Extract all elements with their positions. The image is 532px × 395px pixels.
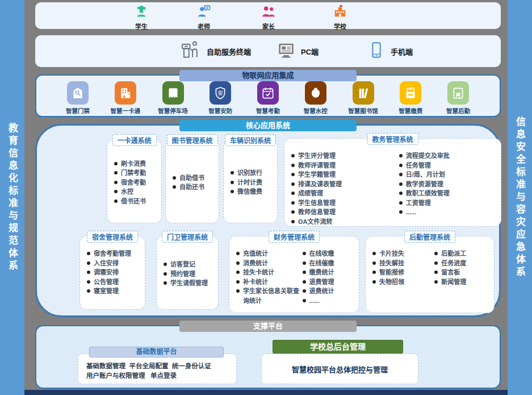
card-item: 预约管理 xyxy=(162,269,215,279)
card-item: 后勤派工 xyxy=(433,249,491,259)
iot-item-water: 智慧水控 xyxy=(296,81,336,115)
user-item-teacher: 老师 xyxy=(186,4,222,31)
iot-item-label: 智慧水控 xyxy=(304,106,328,115)
card-item: 水控 xyxy=(113,187,158,197)
card-item: 日/周、月计划 xyxy=(398,170,497,180)
card-onecard-system: 一卡通系统 刷卡消费 门禁考勤 宿舍考勤 水控 借书还书 xyxy=(107,139,162,223)
iot-item-label: 智慧安防 xyxy=(208,106,232,115)
card-item: 计时计费 xyxy=(229,178,274,188)
card-item: 自助还书 xyxy=(171,182,215,192)
bullet-dot xyxy=(399,164,403,167)
card-item: 学生信息管理 xyxy=(290,198,398,208)
onecard-icon xyxy=(115,81,136,105)
bullet-dot xyxy=(87,271,90,274)
card-item: 充值统计 xyxy=(235,249,301,259)
bullet-dot xyxy=(399,210,403,214)
bullet-dot xyxy=(231,171,234,174)
bullet-dot xyxy=(372,252,376,255)
teacher-icon xyxy=(196,4,211,21)
card-item-list: 充值统计 消费统计 挂失卡统计 补卡统计 学生家长信息关联查询统计 xyxy=(235,249,301,305)
card-item: 新闻管理 xyxy=(433,277,491,287)
card-item: 任务进度 xyxy=(433,259,491,268)
card-item-list: 宿舍考勤管理 入住安排 调寝安排 公告管理 寝室管理 xyxy=(86,249,141,296)
card-item: 调寝安排 xyxy=(86,268,141,277)
card-item-list: 访客登记 预约管理 学生请假管理 xyxy=(162,260,215,288)
card-item: 自助借书 xyxy=(171,173,215,183)
card-finance-system: 财务管理系统 充值统计 消费统计 挂失卡统计 补卡统计 学生家长信息关联查询统计… xyxy=(229,236,359,313)
bullet-dot xyxy=(173,176,176,180)
user-item-parents: 家长 xyxy=(250,4,287,31)
terminal-label: 手机端 xyxy=(391,46,413,57)
card-item-list: 在线收缴 在线催缴 缴费统计 退费管理 退费统计 ...... xyxy=(301,249,355,305)
iot-items: 智慧门禁 智慧一卡通 智慧停车场 安 智慧安防 xyxy=(36,76,500,115)
bullet-dot xyxy=(114,190,118,193)
bullet-dot xyxy=(164,263,167,266)
card-item: 借书还书 xyxy=(113,197,158,206)
card-item: 刷卡消费 xyxy=(113,159,158,169)
card-item: 入住安排 xyxy=(86,259,141,268)
bullet-dot xyxy=(372,271,376,274)
terminal-item-kiosk: 自助服务终端 xyxy=(180,35,251,67)
card-item: 教学资源管理 xyxy=(398,180,497,189)
bullet-dot xyxy=(434,280,438,284)
bullet-dot xyxy=(87,252,90,255)
card-item: 学生学籍管理 xyxy=(290,170,398,180)
left-standards-banner: 教育信息化标准与规范体系 xyxy=(0,0,24,395)
card-item: 排课及课表管理 xyxy=(290,180,398,189)
bullet-dot xyxy=(291,182,295,186)
bullet-dot xyxy=(87,261,90,265)
phone-icon xyxy=(367,41,386,61)
school-backend-title: 学校总后台管理 xyxy=(273,340,403,354)
card-item: 在线催缴 xyxy=(301,259,355,268)
card-title: 车辆识别系统 xyxy=(225,134,276,146)
card-item: 寝室管理 xyxy=(86,286,141,296)
card-gate-system: 门卫管理系统 访客登记 预约管理 学生请假管理 xyxy=(156,236,219,310)
terminals-panel: 自助服务终端 PC端 手机端 xyxy=(35,35,501,67)
logistics-icon xyxy=(447,81,469,105)
bullet-dot xyxy=(303,252,306,255)
bullet-dot xyxy=(372,261,376,265)
card-item: 识别放行 xyxy=(229,168,274,178)
bullet-dot xyxy=(291,220,295,223)
card-dorm-system: 宿舍管理系统 宿舍考勤管理 入住安排 调寝安排 公告管理 寝室管理 xyxy=(79,236,145,310)
base-platform-line2: 用户账户与权限管理 单点登录 xyxy=(86,371,231,381)
terminal-item-mobile: 手机端 xyxy=(367,35,413,67)
card-item: 学生请假管理 xyxy=(162,278,215,288)
school-icon xyxy=(333,4,347,21)
iot-panel: 物联网应用集成 智慧门禁 智慧一卡通 智慧停车场 xyxy=(35,74,501,117)
card-item: 补卡统计 xyxy=(235,277,301,287)
terminal-item-pc: PC端 xyxy=(277,35,319,67)
bullet-dot xyxy=(303,271,306,274)
bullet-dot xyxy=(303,299,306,302)
base-data-platform-title: 基础数据平台 xyxy=(89,347,224,357)
card-vehicle-system: 车辆识别系统 识别放行 计时计费 微信缴费 xyxy=(223,139,278,223)
card-item: ...... xyxy=(398,207,497,217)
bullet-dot xyxy=(173,185,176,189)
bullet-dot xyxy=(236,252,240,255)
bullet-dot xyxy=(303,280,306,284)
card-item-list: 后勤派工 任务进度 留言板 新闻管理 xyxy=(433,249,491,286)
user-label: 学生 xyxy=(135,22,148,31)
bullet-dot xyxy=(87,289,90,293)
card-item: 消费统计 xyxy=(235,259,301,268)
users-panel: 学生 老师 家长 学校 xyxy=(35,2,501,29)
desktop-icon xyxy=(277,40,296,62)
card-item: 成绩管理 xyxy=(290,189,398,198)
user-item-school: 学校 xyxy=(322,4,358,31)
card-item: 挂失解挂 xyxy=(371,259,433,268)
bullet-dot xyxy=(231,181,234,184)
card-item: 卡片挂失 xyxy=(371,249,433,259)
student-icon xyxy=(134,4,149,21)
bullet-dot xyxy=(164,281,167,285)
bullet-dot xyxy=(114,199,118,203)
card-library-system: 图书管理系统 自助借书 自助还书 xyxy=(165,139,219,223)
bullet-dot xyxy=(291,173,295,176)
bullet-dot xyxy=(114,171,118,174)
card-item: 在线收缴 xyxy=(301,249,355,259)
bullet-dot xyxy=(399,173,403,176)
card-item-list: 自助借书 自助还书 xyxy=(171,173,215,192)
iot-item-label: 智慧停车场 xyxy=(158,106,188,115)
bullet-dot xyxy=(434,271,438,274)
security-icon: 安 xyxy=(210,81,231,105)
bullet-dot xyxy=(87,280,90,284)
